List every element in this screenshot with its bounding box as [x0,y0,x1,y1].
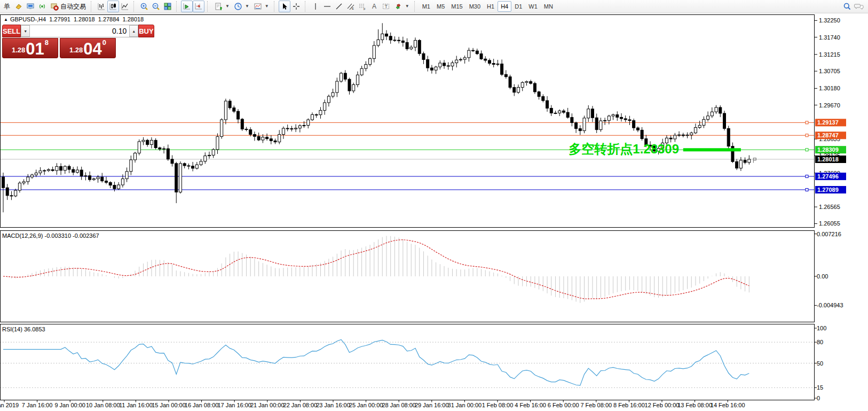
candle-body [719,107,722,113]
candle-body [612,115,614,116]
candle-body [488,60,491,64]
dropdown-caret: ▼ [225,4,230,9]
candle-body [179,164,182,192]
candle-body [216,137,219,150]
periods-button[interactable]: ▼ [232,1,251,12]
metaeditor-button[interactable] [25,1,36,12]
candle-body [60,166,62,170]
zoom-in-icon [140,2,148,11]
search-button[interactable] [841,1,853,12]
channel-tool-button[interactable]: E [345,1,357,12]
candle-body [591,109,594,118]
timeframe-m1-button[interactable]: M1 [419,1,433,12]
text-tool-button[interactable]: A [368,1,380,12]
candle-body [315,114,318,115]
candle-body [348,79,351,91]
candle-body [558,111,561,113]
timeframe-m5-button[interactable]: M5 [433,1,448,12]
templates-button[interactable]: ▼ [251,1,271,12]
candle-body [583,118,586,131]
candle-body [105,181,108,183]
arrows-icon [394,2,403,11]
zoom-out-button[interactable] [150,1,162,12]
candle-body [109,182,112,185]
candle-body [224,101,227,120]
candle-body [599,121,602,130]
volume-input[interactable] [30,25,129,37]
buy-price-display[interactable]: 1.28 04 0 [60,38,116,58]
timeframe-w1-button[interactable]: W1 [525,1,541,12]
collapse-panel-arrow[interactable]: ▲ [4,17,8,22]
candle-body [418,40,421,53]
chart-canvas[interactable]: 多空转折点1.283091.322501.317401.312151.30705… [0,13,868,411]
toolbar-separator [176,1,179,12]
template-icon [254,2,262,11]
cursor-button[interactable] [279,1,290,12]
tile-windows-button[interactable] [162,1,173,12]
candle-body [192,166,194,168]
sell-button[interactable]: SELL [2,25,21,37]
candle-body [542,97,545,101]
timeframe-mn-button[interactable]: MN [541,1,556,12]
candle-body [443,63,446,66]
indicators-button[interactable]: ▼ [212,1,232,12]
timeframe-m15-button[interactable]: M15 [448,1,465,12]
new-order-button[interactable]: 单 [1,1,13,12]
candle-body [130,160,132,172]
chart-shift-button[interactable] [193,1,204,12]
candle-body [571,118,573,123]
line-chart-button[interactable] [119,1,131,12]
zoom-in-button[interactable] [138,1,150,12]
candlestick-chart-icon [109,2,117,11]
candle-body [707,116,709,119]
candle-body [212,150,215,156]
market-watch-button[interactable] [13,1,25,12]
candle-body [422,53,425,59]
sell-price-display[interactable]: 1.28 01 8 [2,38,58,58]
horizontal-line-tool-button[interactable] [321,1,333,12]
candle-body [237,111,240,119]
svg-text:A: A [372,3,376,10]
candle-body [480,54,483,59]
trendline-tool-button[interactable] [333,1,345,12]
candle-body [340,73,343,81]
timeframe-m30-button[interactable]: M30 [466,1,484,12]
rsi-pane-border [1,324,815,400]
candle-body [14,190,17,196]
sell-price-pip: 8 [45,38,49,46]
candle-body [690,133,693,135]
timeframe-h4-button[interactable]: H4 [498,1,511,12]
volume-decrease-button[interactable]: ▼ [21,25,30,37]
candle-body [389,36,392,40]
candlestick-chart-button[interactable] [107,1,119,12]
signal-button[interactable] [36,1,48,12]
buy-button[interactable]: BUY [138,25,154,37]
arrows-tool-button[interactable]: ▼ [392,1,412,12]
time-axis[interactable] [0,400,815,411]
auto-scroll-button[interactable] [181,1,193,12]
timeframe-h1-button[interactable]: H1 [484,1,498,12]
price-axis[interactable] [815,13,868,400]
volume-increase-button[interactable]: ▲ [129,25,138,37]
line-handle [806,134,808,137]
candle-body [406,42,408,49]
vertical-line-tool-button[interactable] [310,1,321,12]
candle-body [356,75,359,84]
candle-body [509,77,511,88]
candle-body [468,50,470,58]
fibonacci-tool-button[interactable]: F [357,1,368,12]
crosshair-button[interactable] [290,1,302,12]
candle-body [682,135,684,135]
candle-body [113,185,116,189]
bar-chart-button[interactable] [96,1,107,12]
chat-button[interactable] [853,1,865,12]
candle-body [303,126,305,126]
candle-body [678,135,681,135]
timeframe-d1-button[interactable]: D1 [511,1,525,12]
candle-body [332,92,334,96]
label-tool-button[interactable]: T [380,1,392,12]
candle-body [344,73,346,79]
autotrade-button[interactable]: 自动交易 [48,1,88,12]
candle-body [360,68,363,75]
chart-annotation-text: 多空转折点1.28309 [569,142,679,156]
